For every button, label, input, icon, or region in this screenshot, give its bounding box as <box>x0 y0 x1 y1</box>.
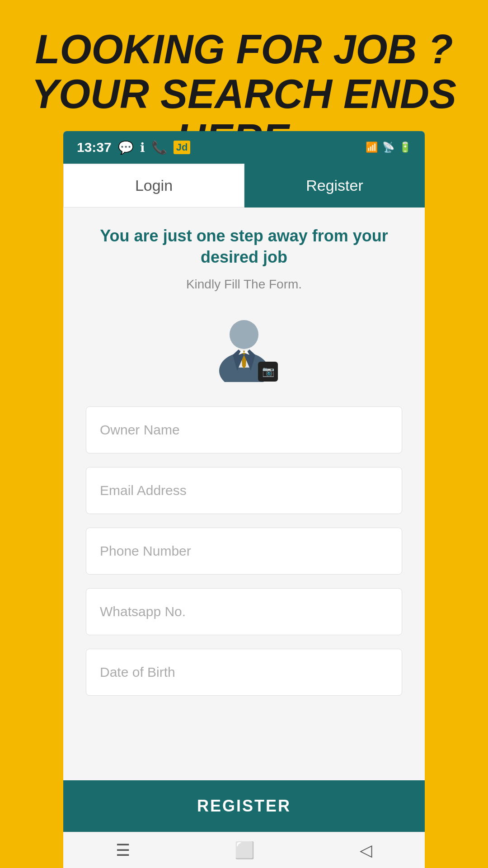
camera-icon: 📷 <box>262 366 274 377</box>
camera-button[interactable]: 📷 <box>258 362 278 382</box>
jd-badge: Jd <box>174 141 191 154</box>
battery-icon: 🔋 <box>399 142 411 153</box>
login-tab[interactable]: Login <box>63 164 244 208</box>
phone-number-input[interactable] <box>86 528 402 575</box>
status-time: 13:37 <box>77 140 112 155</box>
back-icon[interactable]: ◁ <box>360 841 372 860</box>
register-bottom-button[interactable]: REGISTER <box>63 780 425 832</box>
tab-bar: Login Register <box>63 164 425 208</box>
owner-name-input[interactable] <box>86 406 402 453</box>
status-left: 13:37 💬 ℹ 📞 Jd <box>77 140 201 155</box>
wifi-icon: 📶 <box>366 142 378 153</box>
dot-indicator <box>197 145 201 150</box>
bottom-nav: ☰ ⬜ ◁ <box>63 832 425 868</box>
message-icon: 💬 <box>118 140 134 155</box>
dob-input[interactable] <box>86 649 402 696</box>
svg-point-0 <box>230 320 258 349</box>
home-icon[interactable]: ⬜ <box>235 841 255 860</box>
tagline: You are just one step away from your des… <box>86 226 402 268</box>
phone-icon: 📞 <box>151 140 167 155</box>
menu-icon[interactable]: ☰ <box>116 841 130 860</box>
subtitle: Kindly Fill The Form. <box>186 277 302 292</box>
info-icon: ℹ <box>140 140 145 155</box>
status-bar: 13:37 💬 ℹ 📞 Jd 📶 📡 🔋 <box>63 131 425 164</box>
register-tab[interactable]: Register <box>244 164 425 208</box>
status-right: 📶 📡 🔋 <box>366 142 411 153</box>
whatsapp-input[interactable] <box>86 588 402 635</box>
email-address-input[interactable] <box>86 467 402 514</box>
avatar-container: 📷 <box>208 310 280 384</box>
phone-container: 13:37 💬 ℹ 📞 Jd 📶 📡 🔋 Login Register You … <box>63 131 425 868</box>
hero-line1: LOOKING FOR JOB ? <box>27 27 461 72</box>
main-content: You are just one step away from your des… <box>63 208 425 868</box>
signal-icon: 📡 <box>382 142 394 153</box>
